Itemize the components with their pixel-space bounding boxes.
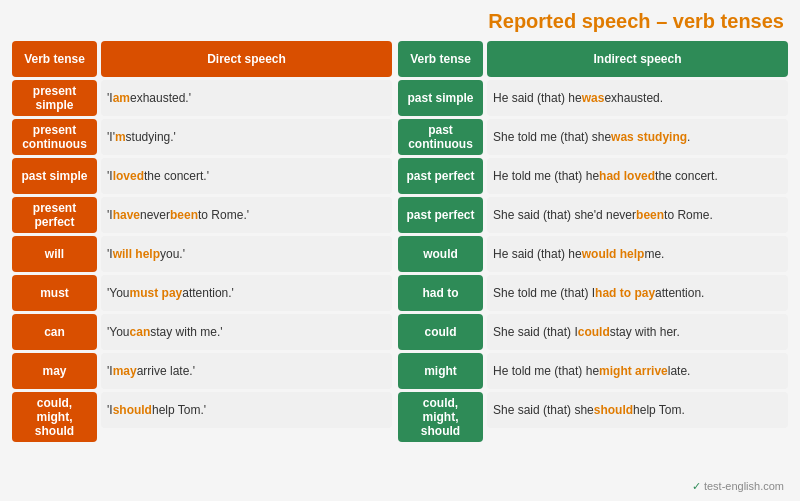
- vt-right-3: past perfect: [398, 197, 483, 233]
- direct-8: 'I should help Tom.': [101, 392, 392, 428]
- footer-text: test-english.com: [704, 480, 784, 492]
- col-vt-left: Verb tensepresent simplepresent continuo…: [12, 41, 97, 476]
- indirect-7: He told me (that) he might arrive late.: [487, 353, 788, 389]
- direct-0: 'I am exhausted.': [101, 80, 392, 116]
- direct-3: 'I have never been to Rome.': [101, 197, 392, 233]
- vt-right-8: could, might, should: [398, 392, 483, 442]
- header-vt-right: Verb tense: [398, 41, 483, 77]
- indirect-3: She said (that) she'd never been to Rome…: [487, 197, 788, 233]
- indirect-6: She said (that) I could stay with her.: [487, 314, 788, 350]
- indirect-1: She told me (that) she was studying.: [487, 119, 788, 155]
- vt-right-2: past perfect: [398, 158, 483, 194]
- vt-left-3: present perfect: [12, 197, 97, 233]
- main-table: Verb tensepresent simplepresent continuo…: [12, 41, 788, 476]
- vt-right-5: had to: [398, 275, 483, 311]
- vt-left-7: may: [12, 353, 97, 389]
- direct-1: 'I'm studying.': [101, 119, 392, 155]
- indirect-8: She said (that) she should help Tom.: [487, 392, 788, 428]
- vt-right-7: might: [398, 353, 483, 389]
- vt-left-1: present continuous: [12, 119, 97, 155]
- vt-right-1: past continuous: [398, 119, 483, 155]
- indirect-5: She told me (that) I had to pay attentio…: [487, 275, 788, 311]
- header-direct: Direct speech: [101, 41, 392, 77]
- header-indirect: Indirect speech: [487, 41, 788, 77]
- vt-left-4: will: [12, 236, 97, 272]
- vt-right-0: past simple: [398, 80, 483, 116]
- indirect-2: He told me (that) he had loved the conce…: [487, 158, 788, 194]
- header-vt-left: Verb tense: [12, 41, 97, 77]
- col-vt-right: Verb tensepast simplepast continuouspast…: [398, 41, 483, 476]
- col-indirect: Indirect speechHe said (that) he was exh…: [487, 41, 788, 476]
- page-title: Reported speech – verb tenses: [12, 10, 788, 33]
- direct-2: 'I loved the concert.': [101, 158, 392, 194]
- vt-left-0: present simple: [12, 80, 97, 116]
- left-section: Verb tensepresent simplepresent continuo…: [12, 41, 392, 476]
- vt-left-6: can: [12, 314, 97, 350]
- direct-4: 'I will help you.': [101, 236, 392, 272]
- footer-check: ✓: [692, 480, 701, 492]
- direct-5: 'You must pay attention.': [101, 275, 392, 311]
- vt-right-6: could: [398, 314, 483, 350]
- indirect-4: He said (that) he would help me.: [487, 236, 788, 272]
- vt-right-4: would: [398, 236, 483, 272]
- footer: ✓ test-english.com: [12, 480, 788, 493]
- vt-left-8: could, might, should: [12, 392, 97, 442]
- col-direct: Direct speech'I am exhausted.''I'm study…: [101, 41, 392, 476]
- vt-left-5: must: [12, 275, 97, 311]
- vt-left-2: past simple: [12, 158, 97, 194]
- direct-7: 'I may arrive late.': [101, 353, 392, 389]
- indirect-0: He said (that) he was exhausted.: [487, 80, 788, 116]
- direct-6: 'You can stay with me.': [101, 314, 392, 350]
- right-section: Verb tensepast simplepast continuouspast…: [398, 41, 788, 476]
